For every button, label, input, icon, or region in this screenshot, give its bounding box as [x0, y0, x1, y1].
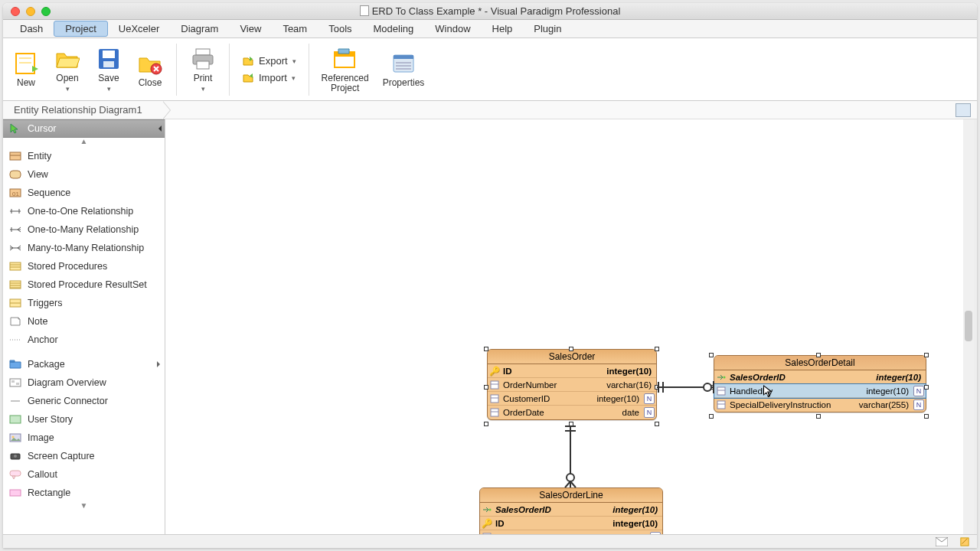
nullable-badge: N: [644, 393, 655, 404]
svg-rect-17: [10, 152, 21, 160]
menu-window[interactable]: Window: [424, 20, 481, 37]
palette-rectangle[interactable]: Rectangle: [3, 484, 165, 502]
menu-view[interactable]: View: [229, 20, 272, 37]
menu-tools[interactable]: Tools: [318, 20, 362, 37]
column-row[interactable]: 🔑IDinteger(10): [488, 364, 656, 378]
palette-stored-procedure-resultset[interactable]: Stored Procedure ResultSet: [3, 276, 165, 294]
svg-text:01: 01: [12, 191, 19, 197]
print-button[interactable]: Print▾: [185, 44, 221, 94]
triggers-icon: [9, 298, 21, 308]
column-row[interactable]: SalesOrderIDinteger(10): [480, 503, 662, 517]
resize-handle[interactable]: [569, 347, 573, 351]
palette-generic-connector[interactable]: Generic Connector: [3, 392, 165, 410]
chevron-down-icon: ▾: [201, 85, 205, 93]
import-button[interactable]: Import▾: [242, 72, 296, 84]
palette-sequence[interactable]: 01Sequence: [3, 184, 165, 202]
open-button[interactable]: Open▾: [49, 44, 86, 94]
menu-project[interactable]: Project: [54, 21, 107, 37]
palette-cursor[interactable]: Cursor: [3, 119, 165, 138]
column-icon: [716, 386, 727, 396]
scrollbar-thumb[interactable]: [965, 311, 972, 341]
menu-team[interactable]: Team: [272, 20, 318, 37]
close-button[interactable]: Close: [132, 49, 168, 90]
resize-handle[interactable]: [484, 385, 488, 390]
svg-rect-9: [197, 61, 209, 69]
referenced-project-button[interactable]: Referenced Project: [317, 44, 374, 95]
menu-dash[interactable]: Dash: [9, 20, 54, 37]
resultset-icon: [9, 279, 21, 290]
column-row[interactable]: OrderNumbervarchar(16): [488, 378, 656, 392]
palette-one-to-one[interactable]: One-to-One Relationship: [3, 202, 165, 220]
palette-note[interactable]: Note: [3, 312, 165, 331]
entity-salesorderline[interactable]: SalesOrderLine SalesOrderIDinteger(10) 🔑…: [479, 487, 663, 534]
palette-package[interactable]: Package: [3, 355, 165, 373]
resize-handle[interactable]: [484, 422, 488, 426]
palette-scroll-down[interactable]: ▼: [3, 502, 165, 511]
save-button[interactable]: Save▾: [90, 44, 127, 94]
palette-entity[interactable]: Entity: [3, 147, 165, 165]
overview-toggle-icon[interactable]: [956, 103, 971, 117]
vertical-scrollbar[interactable]: [963, 119, 974, 534]
svg-rect-7: [196, 49, 210, 55]
column-icon: [482, 532, 492, 535]
resize-handle[interactable]: [709, 414, 714, 419]
resize-handle[interactable]: [484, 347, 488, 351]
palette-screen-capture[interactable]: Screen Capture: [3, 447, 165, 465]
breadcrumb-diagram[interactable]: Entity Relationship Diagram1: [9, 103, 147, 117]
resize-handle[interactable]: [924, 353, 929, 357]
column-row[interactable]: SalesOrderIDinteger(10): [714, 370, 926, 384]
chevron-down-icon: ▾: [66, 85, 70, 93]
column-icon: [489, 380, 500, 390]
menu-uexceler[interactable]: UeXceler: [108, 20, 170, 37]
resize-handle[interactable]: [655, 422, 659, 426]
palette-stored-procedures[interactable]: Stored Procedures: [3, 257, 165, 276]
screen-capture-icon: [9, 451, 21, 461]
menu-diagram[interactable]: Diagram: [170, 20, 229, 37]
resize-handle[interactable]: [816, 353, 821, 357]
svg-point-71: [704, 383, 711, 391]
svg-rect-56: [717, 387, 725, 395]
resize-handle[interactable]: [924, 385, 929, 390]
palette-one-to-many[interactable]: One-to-Many Relationship: [3, 220, 165, 239]
note-icon[interactable]: [959, 537, 971, 546]
menu-modeling[interactable]: Modeling: [363, 20, 425, 37]
palette-callout[interactable]: Callout: [3, 465, 165, 484]
palette-image[interactable]: Image: [3, 429, 165, 447]
column-row[interactable]: 🔑IDinteger(10): [480, 517, 662, 530]
new-icon: [14, 52, 38, 75]
column-row[interactable]: CustomerIDinteger(10)N: [488, 392, 656, 406]
palette-view[interactable]: View: [3, 165, 165, 184]
diagram-canvas[interactable]: SalesOrder 🔑IDinteger(10) OrderNumbervar…: [165, 119, 977, 534]
new-button[interactable]: New: [8, 49, 44, 90]
note-icon: [9, 316, 21, 327]
palette-user-story[interactable]: User Story: [3, 410, 165, 429]
resize-handle[interactable]: [924, 414, 929, 419]
nullable-badge: N: [913, 386, 924, 396]
palette-many-to-many[interactable]: Many-to-Many Relationship: [3, 239, 165, 257]
palette-triggers[interactable]: Triggers: [3, 294, 165, 312]
export-button[interactable]: Export▾: [242, 55, 296, 67]
column-row-selected[interactable]: HandledByinteger(10)N: [714, 384, 926, 398]
pk-icon: 🔑: [489, 366, 500, 377]
menu-help[interactable]: Help: [482, 20, 524, 37]
entity-icon: [9, 151, 21, 161]
column-row[interactable]: ProductIDinteger(10)N: [480, 530, 662, 534]
palette-diagram-overview[interactable]: Diagram Overview: [3, 373, 165, 392]
many-to-many-icon: [9, 243, 21, 253]
palette-scroll-up[interactable]: ▲: [3, 138, 165, 147]
resize-handle[interactable]: [709, 353, 714, 357]
svg-rect-58: [717, 401, 725, 409]
pk-icon: 🔑: [482, 518, 492, 529]
svg-rect-4: [103, 51, 115, 58]
import-icon: [242, 72, 254, 84]
resize-handle[interactable]: [816, 414, 821, 419]
palette-anchor[interactable]: Anchor: [3, 331, 165, 349]
menu-plugin[interactable]: Plugin: [523, 20, 572, 37]
mail-icon[interactable]: [936, 537, 948, 546]
properties-button[interactable]: Properties: [378, 49, 430, 90]
entity-salesorder[interactable]: SalesOrder 🔑IDinteger(10) OrderNumbervar…: [487, 349, 657, 420]
resize-handle[interactable]: [655, 347, 659, 351]
entity-salesorderdetail[interactable]: SalesOrderDetail SalesOrderIDinteger(10)…: [714, 355, 926, 412]
column-row[interactable]: SpecialDeliveryInstructionvarchar(255)N: [714, 398, 926, 412]
column-row[interactable]: OrderDatedateN: [488, 406, 656, 419]
